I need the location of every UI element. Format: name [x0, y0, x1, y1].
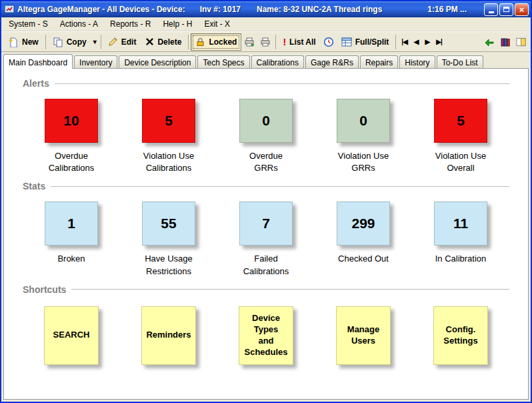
tile-value: 5: [165, 113, 173, 129]
alert-tile-violation-use-overall: 5 Violation Use Overall: [434, 99, 487, 174]
section-divider: [55, 83, 509, 84]
shortcut-manage-users-button[interactable]: Manage Users: [336, 306, 391, 365]
toolbar-separator: [275, 35, 276, 49]
menu-actions[interactable]: Actions - A: [54, 17, 104, 31]
stats-section: Stats 1 Broken 55 Have Usage Restriction…: [23, 181, 509, 277]
shortcut-config-settings-button[interactable]: Config. Settings: [433, 306, 488, 365]
shortcuts-section-title: Shortcuts: [23, 284, 66, 295]
list-all-label: List All: [289, 37, 316, 47]
close-button[interactable]: ×: [515, 3, 529, 16]
tab-todo-list[interactable]: To-Do List: [437, 55, 483, 68]
alert-tile-value-box[interactable]: 0: [337, 99, 390, 143]
copy-icon: [53, 37, 63, 47]
stat-tile-in-calibration: 11 In Calibration: [434, 202, 487, 277]
next-record-icon: ▶: [425, 38, 430, 45]
stat-tile-value-box[interactable]: 11: [434, 202, 487, 246]
stat-tile-value-box[interactable]: 299: [337, 202, 390, 246]
tile-label: Broken: [57, 253, 85, 265]
full-split-label: Full/Split: [355, 37, 389, 47]
tab-repairs[interactable]: Repairs: [360, 55, 398, 68]
close-icon: ×: [519, 5, 525, 15]
locked-toggle[interactable]: Locked: [191, 33, 241, 51]
pencil-icon: [108, 37, 118, 47]
minimize-icon: [489, 11, 494, 13]
stat-tile-value-box[interactable]: 55: [142, 202, 195, 246]
tile-label: Violation Use Overall: [435, 150, 486, 174]
print-batch-button[interactable]: [241, 33, 257, 51]
nav-last-button[interactable]: ▶|: [433, 33, 445, 51]
toolbar-separator: [395, 35, 396, 49]
toolbar-right-group: [481, 33, 529, 51]
tab-gage-rrs[interactable]: Gage R&Rs: [305, 55, 359, 68]
print-button[interactable]: [257, 33, 273, 51]
tile-label: Checked Out: [338, 253, 389, 265]
tab-inventory[interactable]: Inventory: [74, 55, 117, 68]
tab-history[interactable]: History: [399, 55, 435, 68]
nav-next-button[interactable]: ▶: [422, 33, 433, 51]
panel-toggle-button[interactable]: [513, 33, 529, 51]
printer-icon: [260, 37, 271, 47]
stats-section-title: Stats: [23, 181, 45, 191]
stat-tile-value-box[interactable]: 1: [45, 202, 98, 246]
delete-button[interactable]: Delete: [141, 33, 186, 51]
books-icon: [500, 37, 511, 47]
tile-label: In Calibration: [435, 253, 487, 265]
window-title: Altegra GageManager - All Devices - Devi…: [17, 5, 185, 14]
tab-main-dashboard[interactable]: Main Dashboard: [3, 54, 73, 69]
import-button[interactable]: [481, 33, 497, 51]
tab-calibrations[interactable]: Calibrations: [251, 55, 304, 68]
alert-tile-value-box[interactable]: 10: [45, 99, 98, 143]
new-button[interactable]: New: [3, 33, 43, 51]
menu-reports[interactable]: Reports - R: [104, 17, 157, 31]
alert-tile-overdue-calibrations: 10 Overdue Calibrations: [45, 99, 98, 174]
menu-help[interactable]: Help - H: [157, 17, 198, 31]
tile-label: Overdue Calibrations: [49, 150, 95, 174]
copy-dropdown-button[interactable]: ▾: [91, 33, 99, 51]
copy-label: Copy: [67, 37, 87, 47]
shortcuts-section: Shortcuts SEARCH Reminders Device Types …: [23, 284, 509, 365]
tab-device-description[interactable]: Device Description: [119, 55, 196, 68]
minimize-button[interactable]: [484, 3, 498, 16]
tile-label: Have Usage Restrictions: [145, 253, 193, 277]
stat-tile-usage-restrictions: 55 Have Usage Restrictions: [142, 202, 195, 277]
tab-tech-specs[interactable]: Tech Specs: [197, 55, 249, 68]
tile-label: Overdue GRRs: [249, 150, 283, 174]
shortcut-search-button[interactable]: SEARCH: [44, 306, 99, 365]
toolbar-separator: [188, 35, 189, 49]
alert-tile-value-box[interactable]: 5: [142, 99, 195, 143]
alert-tile-violation-use-calibrations: 5 Violation Use Calibrations: [142, 99, 195, 174]
stat-tile-failed-calibrations: 7 Failed Calibrations: [239, 202, 293, 277]
list-all-button[interactable]: ! List All: [278, 33, 320, 51]
clock-button[interactable]: [321, 33, 337, 51]
grid-layout-icon: [341, 37, 352, 47]
alert-tile-value-box[interactable]: 0: [239, 99, 293, 143]
shortcut-device-types-button[interactable]: Device Types and Schedules: [239, 306, 293, 365]
maximize-button[interactable]: [499, 3, 513, 16]
last-record-icon: ▶|: [436, 38, 442, 45]
chevron-down-icon: ▾: [93, 38, 97, 45]
app-icon: [4, 4, 15, 15]
toolbar: New Copy ▾ Edit Delete: [1, 31, 531, 52]
nav-prev-button[interactable]: ◀: [411, 33, 422, 51]
clock-time: 1:16 PM ...: [427, 5, 467, 14]
menu-exit[interactable]: Exit - X: [198, 17, 236, 31]
toolbar-separator: [45, 35, 46, 49]
edit-button[interactable]: Edit: [103, 33, 141, 51]
window-controls: ×: [484, 3, 529, 16]
split-panel-icon: [516, 37, 526, 47]
green-arrow-icon: [484, 37, 495, 47]
clock-icon: [323, 37, 334, 47]
main-dashboard-panel: Alerts 10 Overdue Calibrations 5 Violati…: [3, 68, 529, 400]
section-divider: [51, 186, 509, 187]
alert-tile-value-box[interactable]: 5: [434, 99, 487, 143]
tile-label: Violation Use Calibrations: [143, 150, 194, 174]
menu-system[interactable]: System - S: [3, 17, 54, 31]
titlebar[interactable]: Altegra GageManager - All Devices - Devi…: [1, 1, 531, 17]
shortcut-reminders-button[interactable]: Reminders: [141, 306, 196, 365]
full-split-button[interactable]: Full/Split: [337, 33, 394, 51]
alerts-section-title: Alerts: [23, 78, 49, 89]
stat-tile-value-box[interactable]: 7: [239, 202, 293, 246]
copy-button[interactable]: Copy: [48, 33, 91, 51]
reference-books-button[interactable]: [497, 33, 513, 51]
nav-first-button[interactable]: |◀: [398, 33, 411, 51]
